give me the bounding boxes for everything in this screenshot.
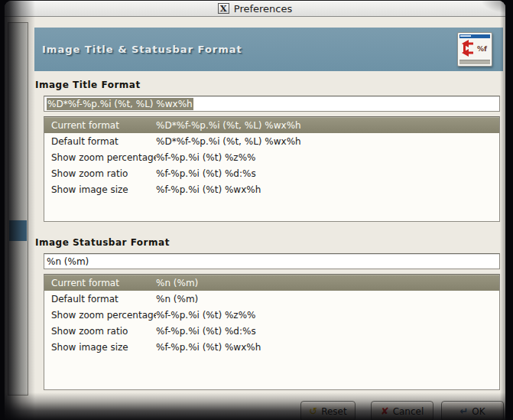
svg-text:%f: %f [477, 45, 487, 53]
image-title-format-value: %D*%f-%p.%i (%t, %L) %wx%h [47, 98, 193, 110]
format-row[interactable]: Default format %D*%f-%p.%i (%t, %L) %wx%… [44, 133, 499, 149]
format-row-label: Show image size [44, 184, 156, 195]
window-titlebar[interactable]: X Preferences [5, 1, 505, 17]
ok-button-label: OK [472, 406, 485, 417]
format-row-label: Default format [44, 136, 156, 147]
format-row[interactable]: Show zoom ratio %f-%p.%i (%t) %d:%s [44, 165, 499, 181]
image-statusbar-format-heading: Image Statusbar Format [35, 237, 170, 248]
reset-button-label: Reset [321, 406, 347, 417]
image-title-format-table: Current format %D*%f-%p.%i (%t, %L) %wx%… [44, 116, 500, 222]
format-row[interactable]: Show zoom percentage %f-%p.%i (%t) %z%% [44, 149, 499, 165]
format-row-label: Show zoom ratio [44, 168, 156, 179]
ok-button[interactable]: ↵ OK [441, 401, 504, 420]
format-row-value: %D*%f-%p.%i (%t, %L) %wx%h [156, 136, 499, 147]
format-row[interactable]: Default format %n (%m) [44, 291, 499, 307]
format-row-value: %n (%m) [156, 294, 499, 304]
page-title: Image Title & Statusbar Format [42, 44, 242, 55]
image-statusbar-format-input[interactable]: %n (%m) [44, 253, 500, 269]
format-row-value: %D*%f-%p.%i (%t, %L) %wx%h [156, 120, 499, 131]
sidebar-selected-item[interactable] [9, 220, 27, 241]
format-row[interactable]: Current format %n (%m) [44, 275, 499, 291]
format-row-label: Show zoom percentage [44, 152, 156, 163]
preferences-window: X Preferences Image Title & Statusbar Fo… [5, 1, 505, 420]
format-row-label: Show zoom ratio [44, 326, 156, 337]
format-row-value: %f-%p.%i (%t) %d:%s [156, 326, 499, 337]
format-row[interactable]: Show image size %f-%p.%i (%t) %wx%h [44, 339, 499, 355]
image-title-format-input[interactable]: %D*%f-%p.%i (%t, %L) %wx%h [44, 96, 500, 112]
format-row-label: Show zoom percentage [44, 310, 156, 321]
format-row-value: %f-%p.%i (%t) %wx%h [156, 184, 499, 195]
format-row[interactable]: Show image size %f-%p.%i (%t) %wx%h [44, 181, 499, 197]
cancel-button[interactable]: ✘ Cancel [371, 401, 433, 420]
cancel-icon: ✘ [381, 406, 389, 416]
titlebar-format-icon: %f [457, 32, 492, 67]
format-row[interactable]: Show zoom percentage %f-%p.%i (%t) %z%% [44, 307, 499, 323]
format-row-label: Current format [44, 120, 156, 131]
cancel-button-label: Cancel [393, 406, 424, 417]
format-row[interactable]: Current format %D*%f-%p.%i (%t, %L) %wx%… [44, 117, 499, 133]
page-banner: Image Title & Statusbar Format %f [34, 28, 503, 71]
format-row-value: %f-%p.%i (%t) %d:%s [156, 168, 499, 179]
preferences-sidebar-list[interactable] [8, 22, 28, 396]
ok-icon: ↵ [459, 406, 468, 416]
reset-icon: ↺ [309, 406, 317, 416]
format-row-label: Default format [44, 294, 156, 304]
format-row[interactable]: Show zoom ratio %f-%p.%i (%t) %d:%s [44, 323, 499, 339]
format-row-label: Show image size [44, 342, 156, 353]
screenshot-stage: X Preferences Image Title & Statusbar Fo… [0, 0, 513, 420]
format-row-value: %f-%p.%i (%t) %wx%h [156, 342, 499, 353]
reset-button[interactable]: ↺ Reset [300, 401, 356, 420]
image-title-format-heading: Image Title Format [35, 80, 141, 90]
x11-logo-icon: X [218, 3, 229, 14]
format-row-value: %n (%m) [156, 278, 499, 288]
image-statusbar-format-table: Current format %n (%m) Default format %n… [44, 274, 500, 390]
window-title: Preferences [234, 3, 292, 15]
image-statusbar-format-value: %n (%m) [47, 256, 89, 267]
format-row-value: %f-%p.%i (%t) %z%% [156, 152, 499, 163]
format-row-label: Current format [44, 278, 156, 288]
format-row-value: %f-%p.%i (%t) %z%% [156, 310, 499, 321]
